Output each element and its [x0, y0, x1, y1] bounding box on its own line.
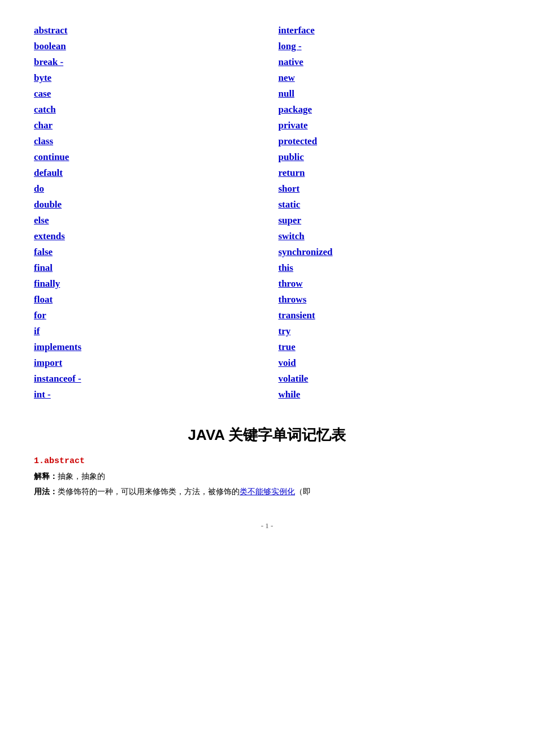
keyword-link-implements[interactable]: implements [34, 339, 256, 355]
section-title: JAVA 关键字单词记忆表 [34, 425, 500, 445]
keyword-link-synchronized[interactable]: synchronized [279, 244, 501, 260]
keyword-link-transient[interactable]: transient [279, 308, 501, 323]
jieshi-label: 解释： [34, 472, 58, 481]
keyword-link-catch[interactable]: catch [34, 102, 256, 118]
keyword-link-throws[interactable]: throws [279, 292, 501, 308]
keyword-link-native[interactable]: native [279, 54, 501, 70]
keyword-link-short[interactable]: short [279, 181, 501, 197]
keyword-link-default[interactable]: default [34, 165, 256, 181]
keyword-link-if[interactable]: if [34, 323, 256, 339]
keyword-link-byte[interactable]: byte [34, 70, 256, 86]
keyword-link-float[interactable]: float [34, 292, 256, 308]
keyword-link-instanceof[interactable]: instanceof - [34, 371, 256, 387]
keyword-link-do[interactable]: do [34, 181, 256, 197]
keyword-link-return[interactable]: return [279, 165, 501, 181]
keyword-link-false[interactable]: false [34, 244, 256, 260]
keyword-link-protected[interactable]: protected [279, 133, 501, 149]
keyword-link-super[interactable]: super [279, 213, 501, 228]
page-number: - 1 - [34, 521, 500, 530]
yongfa-link[interactable]: 类不能够实例化 [240, 487, 295, 496]
keyword-link-while[interactable]: while [279, 387, 501, 403]
keyword-link-int[interactable]: int - [34, 387, 256, 403]
keyword-link-for[interactable]: for [34, 308, 256, 323]
keywords-left-column: abstractboolean break -byte casecatchcha… [34, 23, 267, 403]
keyword-link-new[interactable]: new [279, 70, 501, 86]
jieshi-text: 抽象，抽象的 [58, 472, 105, 481]
keyword-link-throw[interactable]: throw [279, 276, 501, 292]
keyword-link-final[interactable]: final [34, 260, 256, 276]
keyword-link-import[interactable]: import [34, 355, 256, 371]
keyword-link-finally[interactable]: finally [34, 276, 256, 292]
keyword-link-interface[interactable]: interface [279, 23, 501, 38]
keyword-link-volatile[interactable]: volatile [279, 371, 501, 387]
keyword-link-try[interactable]: try [279, 323, 501, 339]
keyword-link-null[interactable]: null [279, 86, 501, 102]
keywords-right-column: interface long -nativenew nullpackage pr… [267, 23, 501, 403]
entry-jieshi: 解释：抽象，抽象的 [34, 469, 500, 483]
keyword-link-private[interactable]: private [279, 118, 501, 133]
keyword-link-char[interactable]: char [34, 118, 256, 133]
keyword-link-continue[interactable]: continue [34, 149, 256, 165]
keyword-link-abstract[interactable]: abstract [34, 23, 256, 38]
keyword-link-break[interactable]: break - [34, 54, 256, 70]
keyword-link-switch[interactable]: switch [279, 228, 501, 244]
keyword-link-package[interactable]: package [279, 102, 501, 118]
keyword-link-true[interactable]: true [279, 339, 501, 355]
keyword-link-boolean[interactable]: boolean [34, 38, 256, 54]
yongfa-suffix: （即 [295, 487, 311, 496]
keyword-link-class[interactable]: class [34, 133, 256, 149]
keyword-link-long[interactable]: long - [279, 38, 501, 54]
entries-container: 1.abstract解释：抽象，抽象的用法：类修饰符的一种，可以用来修饰类，方法… [34, 456, 500, 499]
keyword-table: abstractboolean break -byte casecatchcha… [34, 23, 500, 403]
entry-number: 1.abstract [34, 456, 500, 466]
keyword-link-extends[interactable]: extends [34, 228, 256, 244]
keyword-link-double[interactable]: double [34, 197, 256, 213]
keyword-link-static[interactable]: static [279, 197, 501, 213]
keyword-link-void[interactable]: void [279, 355, 501, 371]
keyword-link-this[interactable]: this [279, 260, 501, 276]
keyword-link-public[interactable]: public [279, 149, 501, 165]
keyword-link-case[interactable]: case [34, 86, 256, 102]
keyword-link-else[interactable]: else [34, 213, 256, 228]
yongfa-text: 类修饰符的一种，可以用来修饰类，方法，被修饰的 [58, 487, 240, 496]
entry-yongfa: 用法：类修饰符的一种，可以用来修饰类，方法，被修饰的类不能够实例化（即 [34, 485, 500, 499]
yongfa-label: 用法： [34, 487, 58, 496]
entry-abstract: 1.abstract解释：抽象，抽象的用法：类修饰符的一种，可以用来修饰类，方法… [34, 456, 500, 499]
